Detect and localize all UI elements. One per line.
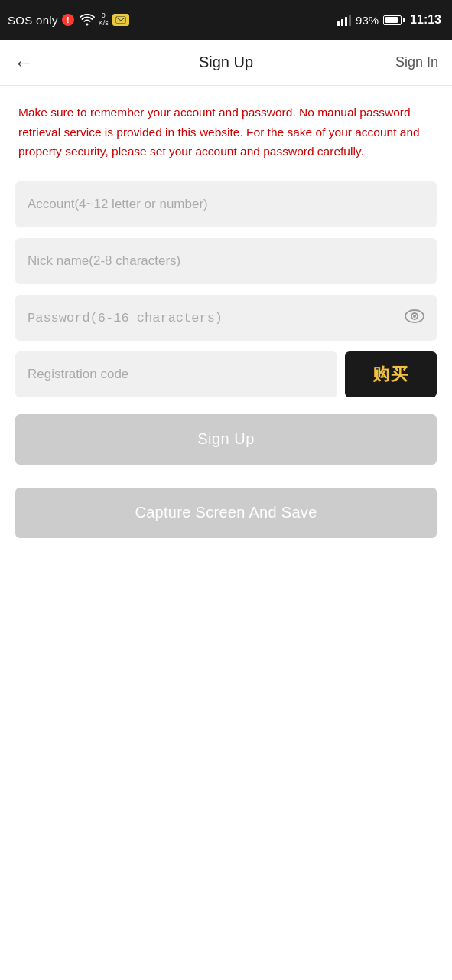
svg-point-7 xyxy=(413,315,416,318)
capture-button[interactable]: Capture Screen And Save xyxy=(15,488,437,538)
main-content: Make sure to remember your account and p… xyxy=(0,86,452,555)
exclaim-icon: ! xyxy=(62,14,74,26)
svg-rect-4 xyxy=(349,15,351,26)
data-speed: 0 K/s xyxy=(99,12,109,28)
message-icon xyxy=(112,14,129,26)
nickname-input[interactable] xyxy=(28,253,424,269)
reg-code-input-wrapper xyxy=(15,351,337,397)
svg-rect-3 xyxy=(345,17,347,26)
warning-text: Make sure to remember your account and p… xyxy=(15,103,437,162)
page-title: Sign Up xyxy=(199,54,253,71)
battery-icon xyxy=(383,15,405,25)
battery-percent: 93% xyxy=(356,14,379,27)
status-bar: SOS only ! 0 K/s 93% xyxy=(0,0,452,40)
toggle-password-icon[interactable] xyxy=(405,308,424,328)
status-time: 11:13 xyxy=(410,13,441,27)
svg-rect-0 xyxy=(115,17,125,24)
reg-code-row: 购买 xyxy=(15,351,437,397)
account-input[interactable] xyxy=(28,197,424,212)
nav-bar: ← Sign Up Sign In xyxy=(0,40,452,86)
svg-rect-2 xyxy=(341,19,343,26)
account-input-wrapper xyxy=(15,181,437,227)
sos-label: SOS only xyxy=(8,14,58,27)
signal-icon xyxy=(337,14,351,26)
signup-button-label: Sign Up xyxy=(197,430,255,448)
svg-rect-1 xyxy=(337,21,340,26)
buy-button[interactable]: 购买 xyxy=(345,351,437,397)
capture-button-label: Capture Screen And Save xyxy=(135,504,317,521)
status-right: 93% 11:13 xyxy=(337,13,441,27)
back-button[interactable]: ← xyxy=(14,53,34,73)
wifi-icon xyxy=(80,14,95,26)
signup-button[interactable]: Sign Up xyxy=(15,414,437,465)
reg-code-input[interactable] xyxy=(28,367,325,382)
nickname-input-wrapper xyxy=(15,238,437,284)
sign-in-link[interactable]: Sign In xyxy=(395,54,438,70)
status-left: SOS only ! 0 K/s xyxy=(8,12,129,28)
password-input-wrapper xyxy=(15,295,437,341)
buy-button-label: 购买 xyxy=(372,363,409,386)
password-input[interactable] xyxy=(28,310,405,325)
